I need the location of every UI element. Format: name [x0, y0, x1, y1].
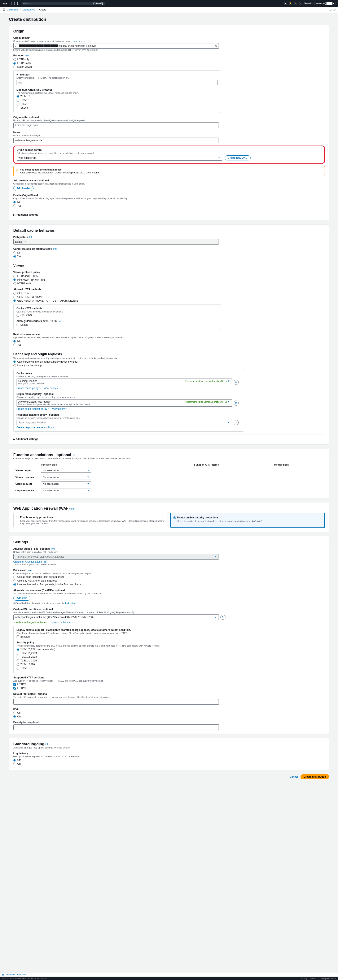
- secpol-1-2016[interactable]: [17, 663, 19, 666]
- create-cache-policy-link[interactable]: Create cache policy: [17, 387, 41, 390]
- secpol-2019[interactable]: [17, 652, 19, 654]
- price-all[interactable]: [13, 576, 16, 578]
- http2-checkbox[interactable]: [13, 683, 16, 686]
- create-orp-link[interactable]: Create origin request policy: [17, 407, 49, 410]
- side-nav-toggle-icon[interactable]: ☰: [3, 8, 5, 11]
- cache-additional-settings-toggle[interactable]: Additional settings: [13, 438, 325, 441]
- http3-checkbox[interactable]: [13, 687, 16, 690]
- cloudshell-icon[interactable]: ▣: [284, 2, 287, 5]
- minssl-tls1[interactable]: [17, 103, 19, 105]
- minssl-tls12[interactable]: [17, 95, 19, 98]
- origin-name-input[interactable]: [13, 138, 219, 143]
- secpol-tls1[interactable]: [17, 667, 19, 670]
- view-cache-policy-link[interactable]: View policy: [44, 387, 59, 390]
- compress-yes[interactable]: [13, 255, 16, 258]
- refresh-icon[interactable]: ⟳: [234, 380, 239, 385]
- shield-yes[interactable]: [13, 204, 16, 207]
- func-type-select[interactable]: No association▼: [41, 468, 91, 473]
- preferences-icon[interactable]: ⊟: [330, 8, 332, 11]
- vpp-https-only[interactable]: [13, 282, 16, 285]
- log-delivery-on[interactable]: [13, 762, 16, 765]
- info-link[interactable]: Info: [59, 320, 62, 322]
- waf-enable-radio[interactable]: [16, 516, 19, 519]
- origin-path-input[interactable]: [13, 123, 219, 128]
- legacy-enabled-checkbox[interactable]: [17, 635, 19, 638]
- rhp-select[interactable]: Select response headers▼: [17, 420, 232, 425]
- secpol-11-2016[interactable]: [17, 659, 19, 662]
- waf-disable-radio[interactable]: [173, 516, 176, 519]
- methods-get-head-options[interactable]: [13, 296, 16, 298]
- info-link[interactable]: Info: [45, 743, 49, 746]
- search-input[interactable]: [25, 2, 92, 5]
- price-na-eu-asia[interactable]: [13, 583, 16, 586]
- ckor-recommended[interactable]: [13, 361, 16, 363]
- func-type-select[interactable]: No association▼: [41, 482, 91, 486]
- methods-get-head[interactable]: [13, 292, 16, 295]
- minssl-tls11[interactable]: [17, 99, 19, 102]
- info-link[interactable]: Info: [72, 454, 76, 457]
- shield-no[interactable]: [13, 201, 16, 204]
- ssl-cert-link[interactable]: web-adapter-go.teraoka.me: [16, 621, 47, 624]
- request-certificate-link[interactable]: Request certificate: [50, 621, 73, 624]
- ipv6-on[interactable]: [13, 715, 16, 718]
- cancel-button[interactable]: Cancel: [290, 775, 298, 778]
- global-search[interactable]: ⌕ [Option+S]: [22, 2, 105, 5]
- protocol-http-only[interactable]: [13, 58, 16, 61]
- clear-icon[interactable]: ✕: [214, 44, 217, 48]
- methods-all[interactable]: [13, 299, 16, 302]
- root-obj-input[interactable]: [13, 699, 219, 705]
- add-icon[interactable]: ＋: [234, 420, 239, 425]
- view-orp-link[interactable]: View policy: [52, 407, 67, 410]
- cache-policy-select[interactable]: CachingDisabledRecommended for Lambda Fu…: [17, 379, 232, 386]
- refresh-icon[interactable]: ⟳: [221, 615, 225, 620]
- add-header-button[interactable]: Add header: [13, 186, 33, 191]
- info-link[interactable]: Info: [28, 569, 32, 571]
- settings-gear-icon[interactable]: ⚙: [294, 2, 297, 5]
- func-type-select[interactable]: No association▼: [41, 475, 91, 479]
- ipv6-off[interactable]: [13, 711, 16, 714]
- region-selector[interactable]: Global ▾: [304, 2, 313, 5]
- origin-domain-input[interactable]: [13, 43, 219, 49]
- compress-no[interactable]: [13, 251, 16, 254]
- restrict-no[interactable]: [13, 340, 16, 342]
- log-delivery-off[interactable]: [13, 759, 16, 762]
- secpol-2021[interactable]: [17, 648, 19, 651]
- refresh-icon[interactable]: ⟳: [234, 401, 239, 406]
- price-na-eu[interactable]: [13, 579, 16, 582]
- create-rhp-link[interactable]: Create response headers policy: [17, 426, 54, 429]
- info-link[interactable]: Info: [53, 248, 57, 250]
- vpp-http-and-https[interactable]: [13, 275, 16, 277]
- cache-options-checkbox[interactable]: [17, 314, 19, 317]
- description-input[interactable]: [13, 724, 219, 730]
- bulk-editor-link[interactable]: bulk editor: [65, 602, 75, 605]
- minssl-ssl3[interactable]: [17, 107, 19, 109]
- account-menu[interactable]: yteraoka @████ ▾: [314, 2, 335, 5]
- learn-more-link[interactable]: Learn more: [71, 40, 85, 42]
- waf-disable-option[interactable]: Do not enable security protections Selec…: [170, 513, 325, 528]
- anycast-create-link[interactable]: Create an Anycast static IP list: [13, 560, 48, 563]
- aws-logo[interactable]: aws: [3, 2, 8, 5]
- anycast-select[interactable]: There are no Anycast static IP lists ava…: [13, 554, 219, 560]
- info-panel-icon[interactable]: ⓘ: [333, 8, 335, 11]
- https-port-input[interactable]: [17, 80, 218, 85]
- info-link[interactable]: Info: [25, 54, 29, 57]
- oac-select[interactable]: web-adapter-go ▼: [17, 155, 222, 161]
- secpol-2018[interactable]: [17, 655, 19, 658]
- orp-select[interactable]: AllViewerExceptHostHeaderRecommended for…: [17, 399, 232, 407]
- info-link[interactable]: Info: [29, 236, 33, 239]
- restrict-yes[interactable]: [13, 344, 16, 346]
- breadcrumb-distributions[interactable]: Distributions: [22, 8, 35, 11]
- ckor-legacy[interactable]: [13, 364, 16, 367]
- help-icon[interactable]: ?: [299, 2, 302, 5]
- vpp-redirect[interactable]: [13, 278, 16, 281]
- create-oac-button[interactable]: Create new OAC: [225, 155, 251, 161]
- grpc-enable-checkbox[interactable]: [17, 324, 19, 326]
- origin-additional-settings-toggle[interactable]: Additional settings: [13, 213, 325, 216]
- services-grid-icon[interactable]: ⋮⋮⋮: [10, 2, 19, 5]
- protocol-https-only[interactable]: [13, 62, 16, 65]
- notifications-icon[interactable]: 🔔: [289, 2, 292, 5]
- ssl-select[interactable]: web-adapter-go.teraoka.me (f0def964-ec2a…: [13, 614, 219, 620]
- waf-enable-option[interactable]: Enable security protections Keep your ap…: [13, 513, 167, 528]
- create-distribution-button[interactable]: Create distribution: [300, 774, 329, 779]
- protocol-match-viewer[interactable]: [13, 66, 16, 68]
